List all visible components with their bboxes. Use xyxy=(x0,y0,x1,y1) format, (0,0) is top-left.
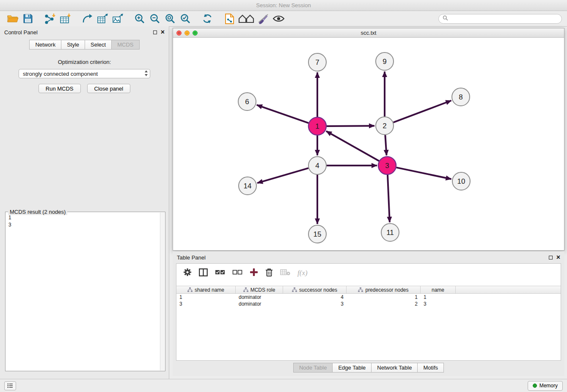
graph-node-label: 14 xyxy=(244,182,252,190)
mcds-result-list[interactable]: 1 3 xyxy=(6,213,160,370)
float-table-panel-icon[interactable] xyxy=(549,256,553,259)
refresh-icon[interactable] xyxy=(200,12,215,25)
cell-mcds-role[interactable]: dominator xyxy=(236,301,283,307)
import-table-icon[interactable] xyxy=(58,12,73,25)
graph-edge-2-8[interactable] xyxy=(394,101,451,123)
delete-column-icon[interactable] xyxy=(265,268,273,279)
close-window-icon[interactable]: × xyxy=(176,30,182,36)
float-panel-icon[interactable] xyxy=(153,30,157,34)
network-canvas[interactable]: 7968124314101511 xyxy=(173,38,564,250)
graph-edge-3-11[interactable] xyxy=(388,175,390,222)
cell-name[interactable]: 3 xyxy=(421,301,456,307)
panel-menu-button[interactable] xyxy=(4,381,16,390)
selected-option-label: strongly connected component xyxy=(23,71,144,77)
cell-shared-name[interactable]: 3 xyxy=(176,301,236,307)
graph-node-label: 15 xyxy=(314,230,322,238)
function-builder-icon: f(x) xyxy=(297,269,308,277)
tab-network[interactable]: Network xyxy=(29,40,61,50)
run-mcds-button[interactable]: Run MCDS xyxy=(39,84,81,93)
zoom-out-icon[interactable] xyxy=(147,12,162,25)
table-header-row: shared name MCDS role successor nodes pr… xyxy=(176,286,561,294)
eye-icon[interactable] xyxy=(271,12,286,25)
cell-mcds-role[interactable]: dominator xyxy=(236,294,283,300)
graph-node-label: 9 xyxy=(383,58,386,66)
graph-edge-1-6[interactable] xyxy=(257,105,309,123)
cell-shared-name[interactable]: 1 xyxy=(176,294,236,300)
column-tree-icon xyxy=(187,287,193,292)
network-window-titlebar[interactable]: × − + scc.txt xyxy=(173,28,564,38)
column-header-predecessor-nodes[interactable]: predecessor nodes xyxy=(347,286,421,293)
tab-select[interactable]: Select xyxy=(85,40,111,50)
column-tree-icon xyxy=(358,287,363,292)
mcds-result-group: MCDS result (2 nodes) 1 3 xyxy=(5,212,165,371)
graph-node-label: 6 xyxy=(245,98,249,106)
minimize-window-icon[interactable]: − xyxy=(184,30,190,36)
graph-node-label: 10 xyxy=(457,177,465,185)
open-folder-icon[interactable] xyxy=(5,12,20,25)
graph-node-label: 1 xyxy=(315,122,319,130)
column-header-name[interactable]: name xyxy=(421,286,456,293)
memory-label: Memory xyxy=(539,383,558,389)
zoom-selected-icon[interactable] xyxy=(178,12,193,25)
table-row[interactable]: 1 dominator 4 1 1 xyxy=(176,294,561,301)
table-panel-title: Table Panel xyxy=(177,254,206,261)
tab-network-table[interactable]: Network Table xyxy=(371,363,417,373)
zoom-in-icon[interactable] xyxy=(132,12,147,25)
graph-edge-3-1[interactable] xyxy=(326,131,379,161)
graph-edge-2-3[interactable] xyxy=(385,135,386,155)
close-panel-button[interactable]: Close panel xyxy=(87,84,131,93)
memory-button[interactable]: Memory xyxy=(528,381,563,391)
delete-table-icon xyxy=(280,269,290,277)
copy-view-icon[interactable] xyxy=(222,12,237,25)
export-table-icon[interactable] xyxy=(95,12,110,25)
gear-icon[interactable] xyxy=(183,268,192,278)
home-icon[interactable] xyxy=(237,12,256,25)
zoom-fit-icon[interactable] xyxy=(162,12,178,25)
column-tree-icon xyxy=(243,287,248,292)
close-table-panel-icon[interactable]: × xyxy=(556,255,560,260)
main-toolbar xyxy=(0,11,567,27)
result-scrollbar[interactable] xyxy=(160,213,165,370)
export-network-icon[interactable] xyxy=(80,12,95,25)
graph-edge-1-2[interactable] xyxy=(327,126,374,126)
cell-predecessor-nodes[interactable]: 1 xyxy=(347,294,421,300)
tab-style[interactable]: Style xyxy=(61,40,85,50)
style-brush-icon[interactable] xyxy=(256,12,271,25)
column-header-mcds-role[interactable]: MCDS role xyxy=(236,286,283,293)
table-row[interactable]: 3 dominator 3 2 3 xyxy=(176,301,561,307)
tab-node-table[interactable]: Node Table xyxy=(293,363,333,373)
close-panel-icon[interactable]: × xyxy=(161,30,165,35)
table-tabs: Node Table Edge Table Network Table Moti… xyxy=(173,363,564,373)
tab-edge-table[interactable]: Edge Table xyxy=(332,363,371,373)
table-content: f(x) shared name MCDS role successor nod… xyxy=(176,263,561,361)
cell-successor-nodes[interactable]: 3 xyxy=(283,301,347,307)
tab-mcds[interactable]: MCDS xyxy=(111,40,139,50)
graph-edge-4-14[interactable] xyxy=(257,168,308,183)
save-icon[interactable] xyxy=(20,12,36,25)
export-image-icon[interactable] xyxy=(110,12,125,25)
optimization-criterion-select[interactable]: strongly connected component xyxy=(19,69,150,78)
search-input[interactable] xyxy=(450,16,558,22)
tab-motifs[interactable]: Motifs xyxy=(417,363,444,373)
column-header-successor-nodes[interactable]: successor nodes xyxy=(283,286,347,293)
graph-edge-3-10[interactable] xyxy=(396,168,451,179)
window-title: Session: New Session xyxy=(256,2,311,8)
cell-successor-nodes[interactable]: 4 xyxy=(283,294,347,300)
deselect-all-icon[interactable] xyxy=(232,269,242,277)
control-panel-tabs: Network Style Select MCDS xyxy=(0,40,169,50)
show-columns-icon[interactable] xyxy=(199,268,208,278)
zoom-window-icon[interactable]: + xyxy=(193,30,198,36)
cell-name[interactable]: 1 xyxy=(421,294,456,300)
column-header-shared-name[interactable]: shared name xyxy=(176,286,236,293)
search-field[interactable] xyxy=(438,14,562,24)
application-window: Session: New Session xyxy=(0,0,567,392)
control-panel: Control Panel × Network Style Select MCD… xyxy=(0,26,169,379)
list-icon xyxy=(7,383,13,388)
add-column-icon[interactable] xyxy=(250,268,258,278)
select-stepper-icon xyxy=(144,70,148,77)
select-all-icon[interactable] xyxy=(215,269,225,277)
graph-node-label: 2 xyxy=(383,122,386,130)
cell-predecessor-nodes[interactable]: 2 xyxy=(347,301,421,307)
import-network-icon[interactable] xyxy=(42,12,58,25)
graph-node-label: 4 xyxy=(315,162,319,170)
